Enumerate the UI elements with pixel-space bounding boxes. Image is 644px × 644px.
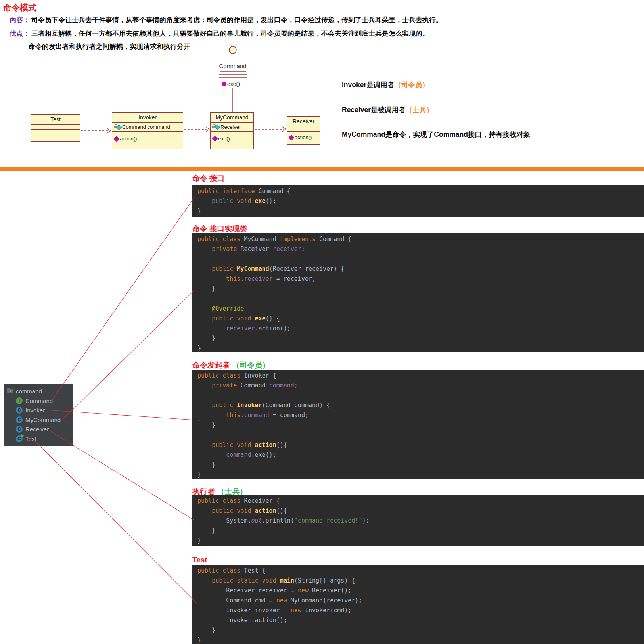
run-icon [21,434,24,437]
uml-method-row: action() [287,131,320,140]
uml-method-row: exe() [211,131,253,142]
heading-highlight: （司令员） [232,361,270,369]
code-line: } [197,635,644,644]
advantage-text-2: 命令的发出者和执行者之间解耦，实现请求和执行分开 [29,43,190,50]
annotation-text: Receiver是被调用者 [342,106,405,114]
section-heading-command-interface: 命令 接口 [192,173,224,184]
code-line: } [197,420,644,430]
code-line [197,391,644,401]
heading-highlight: （士兵） [217,487,247,496]
uml-interface-method: exe() [227,81,240,87]
heading-text: 命令 接口 [192,174,224,182]
code-line: } [197,625,644,635]
code-line: } [197,343,644,352]
code-line: } [197,460,644,470]
tree-item-test[interactable]: CTest [4,434,73,443]
section-heading-invoker: 命令发起者 （司令员） [192,360,270,370]
code-line: Command cmd = new MyCommand(receiver); [197,596,644,606]
code-line: public interface Command { [197,186,644,196]
method-diamond-icon [212,136,218,141]
code-line: public void exe() { [197,314,644,324]
code-line: this.command = command; [197,410,644,420]
arrowhead-icon [282,127,286,132]
tree-item-label: Test [25,435,36,442]
section-heading-command-impl: 命令 接口实现类 [192,224,247,234]
heading-text: 命令发起者 [192,361,232,369]
code-line: public MyCommand(Receiver receiver) { [197,264,644,274]
uml-field-row: Receiver [211,122,253,131]
uml-method: action() [295,134,312,140]
annotation-text: Invoker是调用者 [342,81,394,89]
tree-item-label: Invoker [25,407,45,414]
tree-item-mycommand[interactable]: CMyCommand [4,415,73,424]
code-line: @Override [197,304,644,314]
page: 命令模式 内容：司令员下令让士兵去干件事情，从整个事情的角度来考虑：司令员的作用… [0,0,644,644]
arrowhead-icon [206,127,209,132]
heading-text: Test [192,556,207,564]
code-line: } [197,284,644,294]
uml-empty-field-compartment [287,126,320,131]
code-block-mycommand: public class MyCommand implements Comman… [192,233,644,352]
interface-lollipop-icon [229,46,236,54]
code-line: invoker.action(); [197,615,644,625]
code-line: } [197,334,644,343]
tree-folder-label: command [16,388,42,395]
code-line: Receiver receiver = new Receiver(); [197,586,644,596]
uml-method-row: action() [112,131,183,142]
method-diamond-icon [221,81,227,87]
arrowhead-icon [107,128,111,133]
tree-item-command[interactable]: ICommand [4,396,73,405]
uml-empty-field-compartment [31,124,80,129]
uml-class-mycommand: MyCommand Receiver exe() [210,112,254,150]
tree-item-label: Command [25,397,53,404]
annotation-receiver: Receiver是被调用者（士兵） [342,105,433,115]
code-line: } [197,536,644,546]
content-label: 内容： [10,16,30,24]
code-block-invoker: public class Invoker { private Command c… [192,370,644,479]
code-line: command.exe(); [197,450,644,460]
code-line: } [197,470,644,479]
code-block-test: public class Test { public static void m… [192,565,644,644]
uml-class-invoker: Invoker Command command action() [112,112,183,150]
method-diamond-icon [114,136,119,141]
code-line: public Invoker(Command command) { [197,401,644,410]
uml-field-row: Command command [112,122,183,131]
class-icon: C [16,407,23,414]
interface-icon: I [16,397,23,404]
advantage-label: 优点： [10,30,30,37]
tree-item-receiver[interactable]: CReceiver [4,424,73,434]
code-line: public class Test { [197,566,644,576]
tree-item-label: MyCommand [25,416,61,423]
code-block-command-interface: public interface Command { public void e… [192,185,644,217]
tree-folder-command[interactable]: command [4,386,73,396]
class-icon: C [16,435,23,442]
code-line: private Receiver receiver; [197,244,644,254]
section-heading-test: Test [192,556,207,564]
code-line: public void action(){ [197,506,644,516]
heading-text: 命令 接口实现类 [192,224,247,233]
annotation-mycommand: MyCommand是命令，实现了Command接口，持有接收对象 [342,130,530,139]
code-line: Invoker invoker = new Invoker(cmd); [197,606,644,615]
code-line: } [197,526,644,536]
annotation-highlight: （司令员） [394,81,429,89]
code-line: public void exe(); [197,196,644,206]
tree-item-invoker[interactable]: CInvoker [4,405,73,415]
section-divider [0,167,644,171]
uml-method: exe() [218,136,230,142]
class-icon: C [16,416,23,423]
uml-class-test: Test [31,114,80,142]
code-line [197,254,644,264]
uml-field: Receiver [220,124,241,130]
method-diamond-icon [289,134,294,140]
annotation-invoker: Invoker是调用者（司令员） [342,80,429,90]
connector-command-line [52,196,195,401]
advantage-text: 三者相互解耦，任何一方都不用去依赖其他人，只需要做好自己的事儿就行，司令员要的是… [31,30,429,37]
uml-interface-method-row: exe() [222,81,240,87]
code-line: this.receiver = receiver; [197,274,644,284]
uml-class-receiver: Receiver action() [287,116,320,145]
page-title: 命令模式 [3,2,36,13]
class-icon: C [16,426,23,433]
uml-method: action() [120,136,137,142]
code-line: System.out.println("command received!"); [197,516,644,526]
connector-mycommand-line [63,290,194,419]
